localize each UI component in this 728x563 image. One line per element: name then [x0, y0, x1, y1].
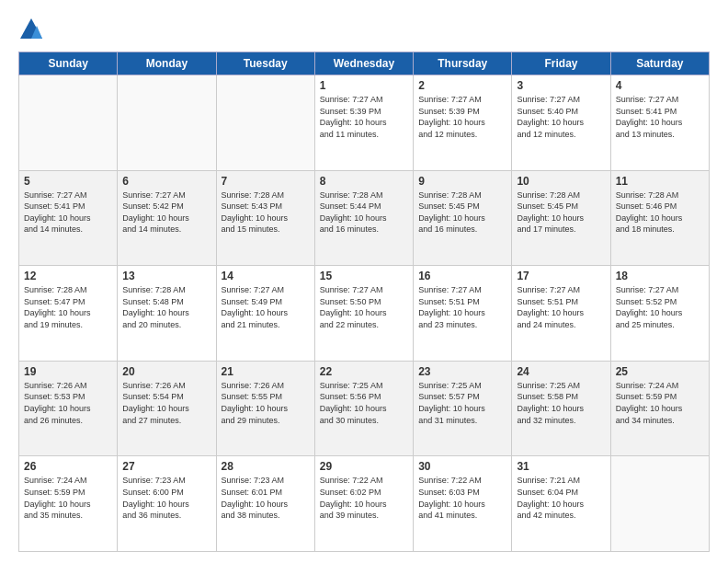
- day-number: 1: [320, 79, 408, 92]
- day-number: 3: [517, 79, 605, 92]
- day-number: 17: [517, 270, 605, 282]
- day-number: 10: [517, 175, 605, 188]
- day-info: Sunrise: 7:26 AM Sunset: 5:55 PM Dayligh…: [222, 380, 310, 426]
- calendar-table: SundayMondayTuesdayWednesdayThursdayFrid…: [18, 52, 710, 552]
- day-number: 8: [320, 175, 408, 188]
- calendar-day-cell: 25Sunrise: 7:24 AM Sunset: 5:59 PM Dayli…: [610, 361, 709, 456]
- day-number: 20: [122, 365, 210, 378]
- day-info: Sunrise: 7:27 AM Sunset: 5:52 PM Dayligh…: [616, 284, 704, 330]
- calendar-day-cell: 14Sunrise: 7:27 AM Sunset: 5:49 PM Dayli…: [216, 266, 314, 362]
- day-info: Sunrise: 7:28 AM Sunset: 5:46 PM Dayligh…: [616, 190, 704, 236]
- calendar-day-cell: 12Sunrise: 7:28 AM Sunset: 5:47 PM Dayli…: [19, 266, 118, 362]
- calendar-day-cell: 3Sunrise: 7:27 AM Sunset: 5:40 PM Daylig…: [512, 75, 610, 171]
- calendar-day-header: Saturday: [610, 52, 709, 75]
- day-info: Sunrise: 7:27 AM Sunset: 5:39 PM Dayligh…: [320, 94, 408, 140]
- calendar-week-row: 5Sunrise: 7:27 AM Sunset: 5:41 PM Daylig…: [19, 170, 710, 266]
- day-number: 25: [616, 365, 704, 378]
- calendar-week-row: 12Sunrise: 7:28 AM Sunset: 5:47 PM Dayli…: [19, 266, 710, 362]
- calendar-day-cell: 24Sunrise: 7:25 AM Sunset: 5:58 PM Dayli…: [512, 361, 610, 456]
- calendar-day-cell: 28Sunrise: 7:23 AM Sunset: 6:01 PM Dayli…: [216, 456, 314, 552]
- day-info: Sunrise: 7:28 AM Sunset: 5:47 PM Dayligh…: [24, 284, 112, 330]
- calendar-day-header: Thursday: [414, 52, 512, 75]
- calendar-day-cell: 5Sunrise: 7:27 AM Sunset: 5:41 PM Daylig…: [19, 170, 118, 266]
- day-info: Sunrise: 7:24 AM Sunset: 5:59 PM Dayligh…: [616, 380, 704, 426]
- day-number: 26: [24, 460, 112, 473]
- day-info: Sunrise: 7:23 AM Sunset: 6:00 PM Dayligh…: [122, 475, 210, 521]
- day-number: 11: [616, 175, 704, 188]
- day-number: 5: [24, 175, 112, 188]
- logo-icon: [18, 17, 44, 42]
- day-info: Sunrise: 7:27 AM Sunset: 5:39 PM Dayligh…: [418, 94, 506, 140]
- day-info: Sunrise: 7:27 AM Sunset: 5:51 PM Dayligh…: [517, 284, 605, 330]
- day-info: Sunrise: 7:25 AM Sunset: 5:56 PM Dayligh…: [320, 380, 408, 426]
- day-info: Sunrise: 7:25 AM Sunset: 5:57 PM Dayligh…: [418, 380, 506, 426]
- day-info: Sunrise: 7:27 AM Sunset: 5:41 PM Dayligh…: [24, 190, 112, 236]
- day-number: 6: [122, 175, 210, 188]
- calendar-day-cell: 31Sunrise: 7:21 AM Sunset: 6:04 PM Dayli…: [512, 456, 610, 552]
- day-number: 2: [418, 79, 506, 92]
- calendar-day-cell: 23Sunrise: 7:25 AM Sunset: 5:57 PM Dayli…: [414, 361, 512, 456]
- calendar-week-row: 1Sunrise: 7:27 AM Sunset: 5:39 PM Daylig…: [19, 75, 710, 171]
- calendar-day-header: Wednesday: [314, 52, 413, 75]
- day-number: 18: [616, 270, 704, 282]
- calendar-day-cell: 21Sunrise: 7:26 AM Sunset: 5:55 PM Dayli…: [216, 361, 314, 456]
- day-number: 13: [122, 270, 210, 282]
- calendar-day-cell: [216, 75, 314, 171]
- calendar-day-cell: 7Sunrise: 7:28 AM Sunset: 5:43 PM Daylig…: [216, 170, 314, 266]
- calendar-day-cell: 20Sunrise: 7:26 AM Sunset: 5:54 PM Dayli…: [118, 361, 216, 456]
- day-number: 21: [222, 365, 310, 378]
- calendar-day-header: Friday: [512, 52, 610, 75]
- calendar-week-row: 19Sunrise: 7:26 AM Sunset: 5:53 PM Dayli…: [19, 361, 710, 456]
- day-number: 27: [122, 460, 210, 473]
- calendar-day-cell: 17Sunrise: 7:27 AM Sunset: 5:51 PM Dayli…: [512, 266, 610, 362]
- calendar-day-cell: 6Sunrise: 7:27 AM Sunset: 5:42 PM Daylig…: [118, 170, 216, 266]
- calendar-day-cell: [118, 75, 216, 171]
- day-number: 22: [320, 365, 408, 378]
- calendar-day-cell: 2Sunrise: 7:27 AM Sunset: 5:39 PM Daylig…: [414, 75, 512, 171]
- calendar-header-row: SundayMondayTuesdayWednesdayThursdayFrid…: [19, 52, 710, 75]
- day-info: Sunrise: 7:27 AM Sunset: 5:49 PM Dayligh…: [222, 284, 310, 330]
- day-number: 29: [320, 460, 408, 473]
- calendar-day-cell: 9Sunrise: 7:28 AM Sunset: 5:45 PM Daylig…: [414, 170, 512, 266]
- day-info: Sunrise: 7:22 AM Sunset: 6:02 PM Dayligh…: [320, 475, 408, 521]
- calendar-day-cell: 29Sunrise: 7:22 AM Sunset: 6:02 PM Dayli…: [314, 456, 413, 552]
- calendar-day-cell: 1Sunrise: 7:27 AM Sunset: 5:39 PM Daylig…: [314, 75, 413, 171]
- calendar-day-cell: 8Sunrise: 7:28 AM Sunset: 5:44 PM Daylig…: [314, 170, 413, 266]
- calendar-day-cell: 18Sunrise: 7:27 AM Sunset: 5:52 PM Dayli…: [610, 266, 709, 362]
- day-info: Sunrise: 7:22 AM Sunset: 6:03 PM Dayligh…: [418, 475, 506, 521]
- calendar-day-header: Tuesday: [216, 52, 314, 75]
- day-number: 4: [616, 79, 704, 92]
- calendar-day-cell: 26Sunrise: 7:24 AM Sunset: 5:59 PM Dayli…: [19, 456, 118, 552]
- day-number: 24: [517, 365, 605, 378]
- logo: [18, 17, 48, 42]
- day-info: Sunrise: 7:27 AM Sunset: 5:51 PM Dayligh…: [418, 284, 506, 330]
- calendar-day-cell: 15Sunrise: 7:27 AM Sunset: 5:50 PM Dayli…: [314, 266, 413, 362]
- calendar-day-cell: 4Sunrise: 7:27 AM Sunset: 5:41 PM Daylig…: [610, 75, 709, 171]
- calendar-day-header: Sunday: [19, 52, 118, 75]
- day-number: 19: [24, 365, 112, 378]
- day-info: Sunrise: 7:27 AM Sunset: 5:41 PM Dayligh…: [616, 94, 704, 140]
- calendar-day-cell: 27Sunrise: 7:23 AM Sunset: 6:00 PM Dayli…: [118, 456, 216, 552]
- calendar-day-cell: 11Sunrise: 7:28 AM Sunset: 5:46 PM Dayli…: [610, 170, 709, 266]
- day-number: 16: [418, 270, 506, 282]
- day-number: 23: [418, 365, 506, 378]
- day-info: Sunrise: 7:25 AM Sunset: 5:58 PM Dayligh…: [517, 380, 605, 426]
- calendar-day-cell: 10Sunrise: 7:28 AM Sunset: 5:45 PM Dayli…: [512, 170, 610, 266]
- day-info: Sunrise: 7:26 AM Sunset: 5:54 PM Dayligh…: [122, 380, 210, 426]
- day-number: 30: [418, 460, 506, 473]
- day-info: Sunrise: 7:28 AM Sunset: 5:45 PM Dayligh…: [517, 190, 605, 236]
- header: [18, 17, 710, 42]
- calendar-day-cell: [610, 456, 709, 552]
- day-info: Sunrise: 7:21 AM Sunset: 6:04 PM Dayligh…: [517, 475, 605, 521]
- page: SundayMondayTuesdayWednesdayThursdayFrid…: [0, 0, 728, 563]
- day-info: Sunrise: 7:26 AM Sunset: 5:53 PM Dayligh…: [24, 380, 112, 426]
- day-number: 12: [24, 270, 112, 282]
- day-info: Sunrise: 7:23 AM Sunset: 6:01 PM Dayligh…: [222, 475, 310, 521]
- calendar-day-cell: 30Sunrise: 7:22 AM Sunset: 6:03 PM Dayli…: [414, 456, 512, 552]
- day-info: Sunrise: 7:27 AM Sunset: 5:50 PM Dayligh…: [320, 284, 408, 330]
- day-info: Sunrise: 7:28 AM Sunset: 5:45 PM Dayligh…: [418, 190, 506, 236]
- day-info: Sunrise: 7:28 AM Sunset: 5:44 PM Dayligh…: [320, 190, 408, 236]
- day-number: 28: [222, 460, 310, 473]
- day-info: Sunrise: 7:27 AM Sunset: 5:40 PM Dayligh…: [517, 94, 605, 140]
- day-info: Sunrise: 7:24 AM Sunset: 5:59 PM Dayligh…: [24, 475, 112, 521]
